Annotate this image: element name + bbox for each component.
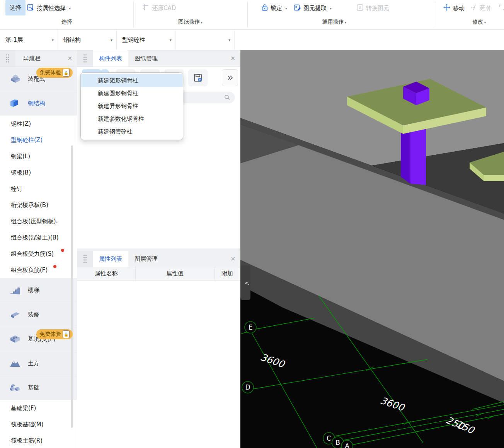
- assembly-icon: [9, 74, 21, 84]
- plate2-front-edge: [484, 175, 504, 181]
- property-panel-header: 属性列表 图层管理: [77, 251, 240, 267]
- sidebar-item-steel-beam[interactable]: 钢梁(L): [0, 148, 77, 164]
- sidebar-item-slab-main-rebar[interactable]: 组合板受力筋(S): [0, 246, 77, 262]
- element-type-select[interactable]: 型钢砼柱▾: [117, 30, 176, 50]
- grid-bubble-A: A: [345, 442, 349, 448]
- sidebar-item-steel-structure[interactable]: 钢结构: [0, 91, 77, 116]
- expand-toolbar-button[interactable]: [222, 69, 238, 86]
- foundation-icon: [9, 383, 21, 393]
- sidebar-item-decoration[interactable]: 装修: [0, 303, 77, 327]
- context-bar: 第-1层▾ 钢结构▾ 型钢砼柱▾ ▾: [0, 30, 504, 50]
- move-icon: [443, 3, 451, 13]
- column-header-property-name[interactable]: 属性名称: [77, 267, 136, 280]
- group-label-general-ops[interactable]: 通用操作▾: [247, 19, 421, 26]
- restore-cad-icon: [142, 4, 150, 13]
- menu-item-new-parametric-src-column[interactable]: 新建参数化钢骨柱: [81, 113, 183, 125]
- sidebar-item-stud[interactable]: 栓钉: [0, 181, 77, 197]
- sidebar-title: 导航栏: [15, 50, 47, 67]
- notification-dot: [61, 249, 64, 252]
- navigation-sidebar: 导航栏 装配式 免费体验🔒 钢结构 钢柱(Z) 型钢砼柱(Z) 钢梁(L) 钢板…: [0, 50, 77, 448]
- sidebar-item-raft-foundation[interactable]: 筏板基础(M): [0, 416, 77, 433]
- grid-bubble-C: C: [327, 434, 331, 442]
- sidebar-item-slab-negative-rebar[interactable]: 组合板负筋(F): [0, 262, 77, 278]
- sidebar-item-excavation[interactable]: 基坑(支护) 免费体验🔒: [0, 327, 77, 351]
- component-select[interactable]: ▾: [176, 30, 235, 50]
- panel-splitter[interactable]: [77, 248, 240, 251]
- chevron-down-icon: ▾: [344, 20, 346, 24]
- close-icon[interactable]: [67, 50, 72, 67]
- drag-handle-icon[interactable]: [0, 50, 15, 67]
- chevron-down-icon: ▾: [69, 6, 71, 10]
- tab-drawing-management[interactable]: 图纸管理: [128, 50, 164, 67]
- sidebar-item-composite-slab-concrete[interactable]: 组合板(混凝土)(B): [0, 229, 77, 246]
- notification-dot: [53, 265, 56, 268]
- save-component-button[interactable]: [188, 69, 208, 86]
- sidebar-item-src-column[interactable]: 型钢砼柱(Z): [0, 132, 77, 148]
- menu-item-new-rect-src-column[interactable]: 新建矩形钢骨柱: [81, 74, 183, 87]
- group-label-drawing-ops[interactable]: 图纸操作▾: [133, 19, 247, 26]
- new-component-menu: 新建矩形钢骨柱 新建圆形钢骨柱 新建异形钢骨柱 新建参数化钢骨柱 新建钢管砼柱: [80, 72, 183, 140]
- search-icon: [224, 94, 230, 101]
- element-extract-icon: [294, 4, 301, 13]
- component-panel-header: 构件列表 图纸管理: [77, 50, 240, 67]
- earthwork-icon: [9, 358, 21, 368]
- sidebar-item-truss-deck[interactable]: 桁架楼承板(B): [0, 197, 77, 213]
- application-window: 选择 按属性选择 ▾ 选择 还原CAD 图纸操作▾ 锁定: [0, 0, 504, 448]
- sidebar-item-foundation-beam[interactable]: 基础梁(F): [0, 400, 77, 416]
- free-trial-badge: 免费体验🔒: [36, 68, 73, 78]
- convert-element-button: 转换图元: [356, 3, 389, 13]
- menu-item-new-cft-column[interactable]: 新建钢管砼柱: [81, 125, 183, 138]
- sidebar-scrollbar[interactable]: [71, 145, 73, 428]
- move-button[interactable]: 移动: [443, 3, 465, 13]
- break-button: 打断: [499, 3, 504, 13]
- close-icon[interactable]: [230, 50, 235, 67]
- close-icon[interactable]: [230, 251, 235, 267]
- restore-cad-button: 还原CAD: [142, 3, 176, 13]
- convert-element-icon: [356, 4, 364, 13]
- column-header-additional[interactable]: 附加: [215, 267, 240, 280]
- sidebar-item-steel-plate[interactable]: 钢板(B): [0, 164, 77, 181]
- chevron-down-icon: ▾: [285, 6, 287, 10]
- sidebar-item-stairs[interactable]: 楼梯: [0, 278, 77, 303]
- drag-handle-icon[interactable]: [77, 251, 93, 267]
- column-header-property-value[interactable]: 属性值: [136, 267, 215, 280]
- tab-component-list[interactable]: 构件列表: [93, 50, 128, 67]
- break-icon: [499, 4, 504, 12]
- grid-bubble-B: B: [335, 439, 340, 446]
- steel-structure-icon: [9, 98, 21, 108]
- excavation-icon: [9, 334, 21, 344]
- extend-icon: [471, 4, 478, 12]
- chevron-left-icon: <: [244, 279, 249, 287]
- chevron-down-icon: ▾: [52, 38, 54, 42]
- sidebar-item-steel-column[interactable]: 钢柱(Z): [0, 116, 77, 132]
- select-by-property-icon: [27, 4, 34, 13]
- group-label-modify[interactable]: 修改▾: [435, 19, 504, 26]
- sidebar-item-composite-slab-steel[interactable]: 组合板(压型钢板).: [0, 213, 77, 229]
- sidebar-item-raft-main-rebar[interactable]: 筏板主筋(R): [0, 433, 77, 448]
- sidebar-item-assembly[interactable]: 装配式 免费体验🔒: [0, 67, 77, 91]
- discipline-select[interactable]: 钢结构▾: [58, 30, 117, 50]
- floor-select[interactable]: 第-1层▾: [0, 30, 58, 50]
- sidebar-item-earthwork[interactable]: 土方: [0, 351, 77, 376]
- chevron-down-icon: ▾: [330, 6, 332, 10]
- tab-property-list[interactable]: 属性列表: [93, 251, 128, 267]
- chevron-down-icon: ▾: [484, 20, 486, 24]
- panel-collapse-handle[interactable]: <: [240, 265, 250, 300]
- lock-icon: [261, 4, 268, 13]
- select-by-property-button[interactable]: 按属性选择 ▾: [27, 3, 71, 13]
- menu-item-new-shaped-src-column[interactable]: 新建异形钢骨柱: [81, 100, 183, 113]
- element-extract-button[interactable]: 图元提取 ▾: [294, 3, 332, 13]
- viewport-3d[interactable]: E D C B A 3600 3600 250 150 <: [240, 50, 504, 448]
- chevron-down-icon: ▾: [170, 38, 172, 42]
- group-label-select[interactable]: 选择: [0, 19, 133, 26]
- property-table-header: 属性名称 属性值 附加: [77, 267, 240, 280]
- select-button[interactable]: 选择: [5, 0, 26, 15]
- tab-layer-management[interactable]: 图层管理: [128, 251, 164, 267]
- sidebar-item-foundation[interactable]: 基础: [0, 376, 77, 400]
- menu-item-new-round-src-column[interactable]: 新建圆形钢骨柱: [81, 87, 183, 100]
- chevron-down-icon: ▾: [111, 38, 112, 42]
- property-list-panel: 属性列表 图层管理 属性名称 属性值 附加: [77, 251, 240, 448]
- grid-bubble-E: E: [249, 323, 253, 331]
- drag-handle-icon[interactable]: [77, 50, 93, 67]
- lock-button[interactable]: 锁定 ▾: [261, 3, 287, 13]
